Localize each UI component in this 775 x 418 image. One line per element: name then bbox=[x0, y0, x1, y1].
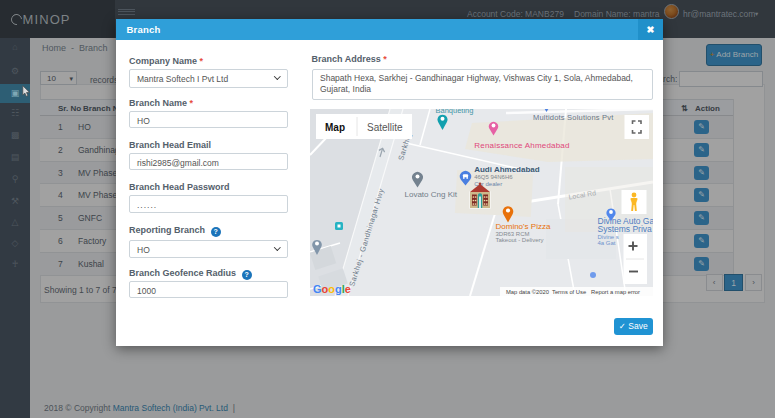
svg-text:46Q5 94N6H6: 46Q5 94N6H6 bbox=[474, 174, 513, 180]
svg-text:Systems Priva: Systems Priva bbox=[597, 224, 652, 234]
svg-text:Banqueting: Banqueting bbox=[435, 109, 473, 115]
svg-text:Google: Google bbox=[313, 283, 351, 295]
svg-text:Multidots Solutions Pvt: Multidots Solutions Pvt bbox=[533, 113, 614, 122]
svg-text:4a Gat: 4a Gat bbox=[597, 240, 615, 246]
svg-text:Renaissance Ahmedabad: Renaissance Ahmedabad bbox=[474, 141, 569, 150]
svg-text:Map: Map bbox=[325, 122, 345, 133]
svg-text:Lovato Cng Kit: Lovato Cng Kit bbox=[404, 190, 457, 199]
svg-text:Terms of Use: Terms of Use bbox=[552, 289, 586, 295]
svg-text:Takeout - Delivery: Takeout - Delivery bbox=[495, 237, 543, 243]
svg-text:Satellite: Satellite bbox=[367, 122, 403, 133]
svg-text:Audi Ahmedabad: Audi Ahmedabad bbox=[474, 165, 540, 174]
svg-text:Domino's Pizza: Domino's Pizza bbox=[495, 222, 550, 231]
svg-text:3DR63 RCM: 3DR63 RCM bbox=[495, 231, 529, 237]
svg-text:Map data ©2020: Map data ©2020 bbox=[506, 289, 549, 295]
svg-text:Report a map error: Report a map error bbox=[591, 289, 640, 295]
